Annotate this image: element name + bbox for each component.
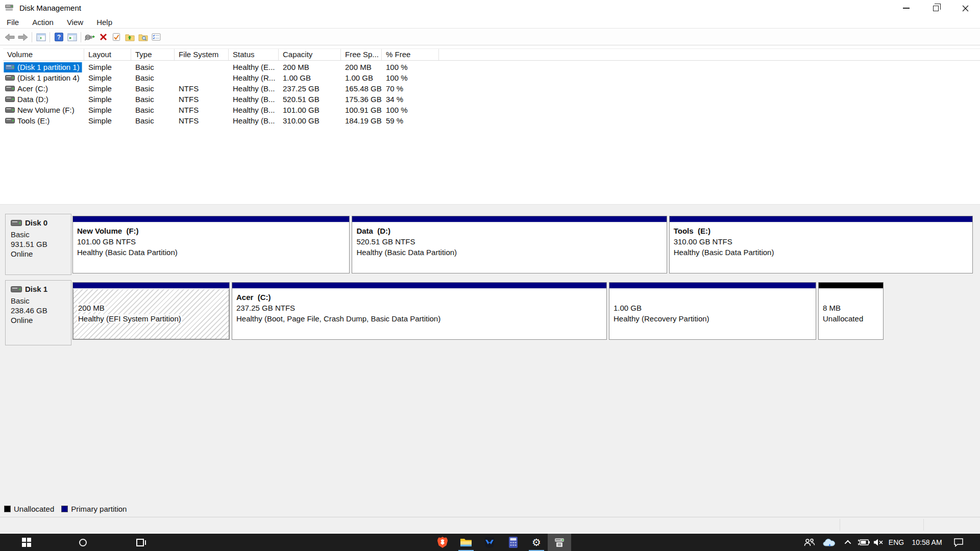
- explore-folder-icon[interactable]: [136, 31, 150, 43]
- back-icon[interactable]: [3, 31, 16, 43]
- partition-data-d[interactable]: Data (D:) 520.51 GB NTFS Healthy (Basic …: [352, 216, 667, 273]
- volume-name: Acer (C:): [17, 84, 48, 93]
- status-bar: [0, 517, 980, 532]
- title-bar: Disk Management: [0, 0, 980, 16]
- window-title: Disk Management: [19, 4, 81, 12]
- action-center-icon: [953, 538, 964, 547]
- col-layout[interactable]: Layout: [84, 49, 131, 60]
- unallocated-swatch: [4, 506, 11, 512]
- col-type[interactable]: Type: [131, 49, 175, 60]
- primary-partition-bar: [232, 283, 606, 289]
- volume-muted-icon: [873, 538, 884, 546]
- col-free-space[interactable]: Free Sp...: [341, 49, 382, 60]
- table-row[interactable]: Data (D:) Simple Basic NTFS Healthy (B..…: [3, 94, 980, 105]
- list-header: Volume Layout Type File System Status Ca…: [3, 48, 980, 61]
- calculator-button[interactable]: [502, 534, 524, 551]
- col-capacity[interactable]: Capacity: [279, 49, 341, 60]
- cloud-icon: [823, 538, 836, 547]
- predator-sense-button[interactable]: [478, 534, 501, 551]
- rescan-disk-icon[interactable]: [83, 31, 96, 43]
- action-center-button[interactable]: [948, 534, 969, 551]
- check-document-icon[interactable]: [110, 31, 123, 43]
- menu-bar: File Action View Help: [0, 16, 980, 29]
- table-row[interactable]: (Disk 1 partition 4) Simple Basic Health…: [3, 72, 980, 83]
- col-file-system[interactable]: File System: [175, 49, 229, 60]
- table-row[interactable]: Acer (C:) Simple Basic NTFS Healthy (B..…: [3, 83, 980, 94]
- legend: Unallocated Primary partition: [4, 505, 127, 513]
- restore-button[interactable]: [921, 0, 950, 16]
- primary-partition-bar: [73, 216, 349, 223]
- partition-acer-c[interactable]: Acer (C:) 237.25 GB NTFS Healthy (Boot, …: [232, 282, 607, 340]
- brave-browser-button[interactable]: [431, 534, 454, 551]
- toolbar-separator: [50, 32, 50, 42]
- col-status[interactable]: Status: [229, 49, 279, 60]
- minimize-button[interactable]: [891, 0, 921, 16]
- table-row[interactable]: Tools (E:) Simple Basic NTFS Healthy (B.…: [3, 115, 980, 126]
- people-button[interactable]: [801, 534, 818, 551]
- battery-button[interactable]: [855, 534, 872, 551]
- col-filler: [439, 49, 980, 60]
- volume-button[interactable]: [871, 534, 886, 551]
- task-view-button[interactable]: [129, 534, 151, 551]
- delete-volume-icon[interactable]: [96, 31, 110, 43]
- volume-name: (Disk 1 partition 1): [17, 63, 80, 71]
- people-icon: [804, 538, 815, 546]
- start-button[interactable]: [15, 534, 38, 551]
- file-explorer-icon: [460, 538, 472, 547]
- partition-tools-e[interactable]: Tools (E:) 310.00 GB NTFS Healthy (Basic…: [669, 216, 973, 273]
- brave-icon: [437, 536, 448, 548]
- volume-name: (Disk 1 partition 4): [17, 73, 80, 82]
- svg-text:?: ?: [57, 34, 60, 41]
- help-icon[interactable]: ?: [52, 31, 65, 43]
- partition-recovery[interactable]: 1.00 GB Healthy (Recovery Partition): [609, 282, 816, 340]
- clock[interactable]: 10:58 AM: [909, 534, 945, 551]
- action-pane-icon[interactable]: [65, 31, 79, 43]
- disk-0-label[interactable]: Disk 0 Basic 931.51 GB Online: [5, 214, 71, 275]
- volume-name: New Volume (F:): [17, 106, 75, 114]
- col-volume[interactable]: Volume: [3, 49, 84, 60]
- partition-unallocated[interactable]: 8 MB Unallocated: [818, 282, 884, 340]
- toolbar-separator: [32, 32, 32, 42]
- calculator-icon: [508, 536, 518, 548]
- tray-overflow-button[interactable]: [841, 534, 855, 551]
- legend-unallocated-label: Unallocated: [14, 505, 54, 513]
- toolbar-separator: [81, 32, 81, 42]
- menu-file[interactable]: File: [0, 16, 26, 28]
- partition-new-volume-f[interactable]: New Volume (F:) 101.00 GB NTFS Healthy (…: [72, 216, 350, 273]
- onedrive-button[interactable]: [821, 534, 838, 551]
- language-indicator[interactable]: ENG: [887, 534, 906, 551]
- partition-efi-system-selected[interactable]: 200 MB Healthy (EFI System Partition): [72, 282, 230, 340]
- cortana-button[interactable]: [71, 534, 94, 551]
- table-row[interactable]: (Disk 1 partition 1) Simple Basic Health…: [3, 62, 980, 72]
- primary-partition-bar: [609, 283, 816, 289]
- primary-partition-bar: [670, 216, 972, 223]
- menu-help[interactable]: Help: [90, 16, 119, 28]
- disk-1-row: Disk 1 Basic 238.46 GB Online 200 MB Hea…: [5, 280, 975, 345]
- volume-name: Data (D:): [17, 95, 48, 104]
- taskbar: ⚙ ENG 10:58 AM: [0, 534, 980, 551]
- disk-1-label[interactable]: Disk 1 Basic 238.46 GB Online: [5, 280, 71, 345]
- graphical-pane: Disk 0 Basic 931.51 GB Online New Volume…: [0, 204, 980, 517]
- table-row[interactable]: New Volume (F:) Simple Basic NTFS Health…: [3, 105, 980, 115]
- disk-management-taskbar-button[interactable]: [548, 534, 571, 551]
- menu-view[interactable]: View: [60, 16, 90, 28]
- close-button[interactable]: [950, 0, 980, 16]
- volume-name: Tools (E:): [17, 116, 50, 125]
- forward-icon[interactable]: [16, 31, 30, 43]
- legend-primary-label: Primary partition: [71, 505, 127, 513]
- disk-0-row: Disk 0 Basic 931.51 GB Online New Volume…: [5, 214, 975, 275]
- status-divider: [840, 519, 840, 531]
- windows-logo-icon: [22, 538, 31, 547]
- cortana-icon: [79, 539, 87, 546]
- col-pct-free[interactable]: % Free: [382, 49, 439, 60]
- primary-partition-swatch: [61, 506, 68, 512]
- settings-button[interactable]: ⚙: [525, 534, 548, 551]
- chevron-up-icon: [844, 540, 851, 546]
- menu-action[interactable]: Action: [26, 16, 60, 28]
- app-icon: [5, 4, 14, 14]
- console-tree-icon[interactable]: [34, 31, 47, 43]
- properties-icon[interactable]: [150, 31, 163, 43]
- volume-list-pane: Volume Layout Type File System Status Ca…: [0, 46, 980, 204]
- file-explorer-button[interactable]: [455, 534, 477, 551]
- open-folder-icon[interactable]: [123, 31, 136, 43]
